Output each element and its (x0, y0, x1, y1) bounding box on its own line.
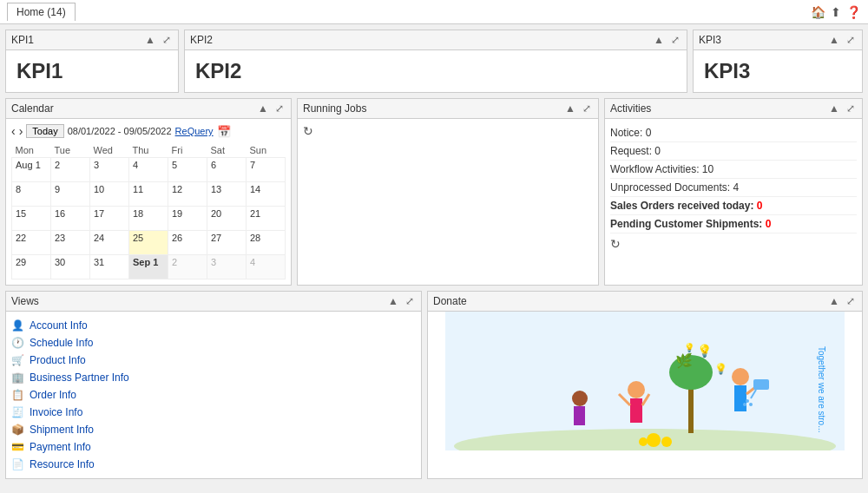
calendar-cell[interactable]: 5 (168, 158, 207, 182)
activity-notice: Notice: 0 (610, 124, 857, 142)
home-icon[interactable]: 🏠 (811, 5, 825, 19)
views-expand-btn[interactable]: ⤢ (404, 295, 416, 307)
invoice-info-icon: 🧾 (11, 406, 24, 418)
calendar-cell[interactable]: 18 (129, 207, 168, 231)
calendar-cell[interactable]: 10 (90, 182, 129, 207)
svg-point-17 (749, 403, 753, 406)
svg-rect-20 (630, 398, 642, 423)
calendar-cell[interactable]: 28 (247, 231, 286, 255)
view-payment-info[interactable]: 💳 Payment Info (11, 438, 416, 456)
calendar-cell[interactable]: 8 (12, 182, 51, 207)
payment-info-icon: 💳 (11, 441, 24, 453)
kpi2-label: KPI2 (190, 34, 213, 46)
activities-collapse-btn[interactable]: ▲ (827, 102, 841, 115)
calendar-cell[interactable]: 20 (207, 207, 247, 231)
kpi3-label: KPI3 (699, 34, 721, 46)
calendar-cell[interactable]: 12 (168, 182, 207, 207)
calendar-today-btn[interactable]: Today (26, 124, 63, 138)
business-partner-info-icon: 🏢 (11, 371, 24, 384)
calendar-cell[interactable]: 25 (129, 231, 168, 255)
calendar-cell[interactable]: 6 (207, 158, 247, 182)
invoice-info-label: Invoice Info (30, 406, 82, 418)
top-bar: Home (14) 🏠 ⬆ ❓ (0, 0, 868, 24)
calendar-icon[interactable]: 📅 (217, 125, 231, 138)
calendar-cell[interactable]: 15 (12, 207, 51, 231)
calendar-cell[interactable]: 2 (168, 255, 207, 279)
donate-header: Donate ▲ ⤢ (428, 292, 862, 312)
account-info-label: Account Info (30, 319, 88, 332)
kpi3-expand-btn[interactable]: ⤢ (845, 34, 857, 46)
view-resource-info[interactable]: 📄 Resource Info (11, 456, 416, 473)
activities-refresh-icon[interactable]: ↻ (610, 237, 621, 251)
calendar-cell[interactable]: 4 (247, 255, 286, 279)
calendar-cell[interactable]: 26 (168, 231, 207, 255)
question-icon[interactable]: ❓ (846, 5, 861, 19)
donate-collapse-btn[interactable]: ▲ (827, 295, 841, 307)
calendar-cell[interactable]: 3 (90, 158, 129, 182)
kpi1-expand-btn[interactable]: ⤢ (161, 34, 173, 46)
view-shipment-info[interactable]: 📦 Shipment Info (11, 421, 416, 438)
activities-panel: Activities ▲ ⤢ Notice: 0 Request: 0 Work… (604, 98, 863, 286)
view-business-partner-info[interactable]: 🏢 Business Partner Info (11, 369, 416, 386)
activities-header: Activities ▲ ⤢ (605, 99, 862, 119)
views-list: 👤 Account Info 🕐 Schedule Info 🛒 Product… (6, 312, 421, 478)
calendar-cell[interactable]: 7 (247, 158, 286, 182)
kpi3-collapse-btn[interactable]: ▲ (827, 34, 841, 46)
kpi2-collapse-btn[interactable]: ▲ (652, 34, 666, 46)
views-header-icons: ▲ ⤢ (386, 295, 416, 307)
calendar-cell[interactable]: 17 (90, 207, 129, 231)
kpi2-expand-btn[interactable]: ⤢ (669, 34, 681, 46)
view-account-info[interactable]: 👤 Account Info (11, 317, 416, 334)
running-jobs-refresh-icon[interactable]: ↻ (303, 124, 313, 138)
calendar-cell[interactable]: 3 (207, 255, 247, 279)
calendar-cell[interactable]: 16 (51, 207, 90, 231)
calendar-cell[interactable]: 11 (129, 182, 168, 207)
view-schedule-info[interactable]: 🕐 Schedule Info (11, 334, 416, 352)
calendar-cell[interactable]: 19 (168, 207, 207, 231)
calendar-cell[interactable]: 29 (12, 255, 51, 279)
view-invoice-info[interactable]: 🧾 Invoice Info (11, 404, 416, 421)
kpi1-collapse-btn[interactable]: ▲ (143, 34, 157, 46)
calendar-cell[interactable]: 4 (129, 158, 168, 182)
calendar-header: Calendar ▲ ⤢ (6, 99, 291, 119)
calendar-cell[interactable]: 27 (207, 231, 247, 255)
business-partner-info-label: Business Partner Info (30, 371, 129, 384)
views-collapse-btn[interactable]: ▲ (386, 295, 400, 307)
donate-expand-btn[interactable]: ⤢ (845, 295, 857, 307)
running-jobs-body: ↻ (298, 119, 598, 143)
calendar-cell[interactable]: 23 (51, 231, 90, 255)
top-bar-icons: 🏠 ⬆ ❓ (811, 5, 861, 19)
schedule-info-icon: 🕐 (11, 337, 24, 349)
calendar-cell[interactable]: 24 (90, 231, 129, 255)
home-tab[interactable]: Home (14) (7, 3, 76, 21)
kpi2-card: KPI2 ▲ ⤢ KPI2 (184, 30, 687, 93)
activities-expand-btn[interactable]: ⤢ (845, 102, 857, 115)
kpi3-header-icons: ▲ ⤢ (827, 34, 857, 46)
cal-th-fri: Fri (168, 143, 207, 158)
calendar-cell[interactable]: 30 (51, 255, 90, 279)
calendar-prev-btn[interactable]: ‹ (11, 124, 16, 138)
calendar-cell[interactable]: Sep 1 (129, 255, 168, 279)
svg-text:🌿: 🌿 (675, 352, 693, 369)
running-jobs-header: Running Jobs ▲ ⤢ (298, 99, 598, 119)
view-product-info[interactable]: 🛒 Product Info (11, 352, 416, 369)
calendar-expand-btn[interactable]: ⤢ (273, 102, 286, 115)
calendar-cell[interactable]: 14 (247, 182, 286, 207)
running-jobs-collapse-btn[interactable]: ▲ (563, 102, 577, 115)
up-arrow-icon[interactable]: ⬆ (831, 5, 841, 19)
calendar-cell[interactable]: Aug 1 (12, 158, 51, 182)
calendar-collapse-btn[interactable]: ▲ (256, 102, 270, 115)
running-jobs-expand-btn[interactable]: ⤢ (581, 102, 593, 115)
calendar-next-btn[interactable]: › (19, 124, 23, 138)
calendar-cell[interactable]: 13 (207, 182, 247, 207)
calendar-cell[interactable]: 22 (12, 231, 51, 255)
activity-workflow: Workflow Activities: 10 (610, 161, 857, 179)
calendar-date-range: 08/01/2022 - 09/05/2022 (68, 126, 172, 136)
calendar-requery-link[interactable]: ReQuery (175, 126, 214, 136)
running-jobs-title: Running Jobs (303, 102, 366, 115)
calendar-cell[interactable]: 2 (51, 158, 90, 182)
calendar-cell[interactable]: 31 (90, 255, 129, 279)
calendar-cell[interactable]: 21 (247, 207, 286, 231)
view-order-info[interactable]: 📋 Order Info (11, 386, 416, 404)
calendar-cell[interactable]: 9 (51, 182, 90, 207)
